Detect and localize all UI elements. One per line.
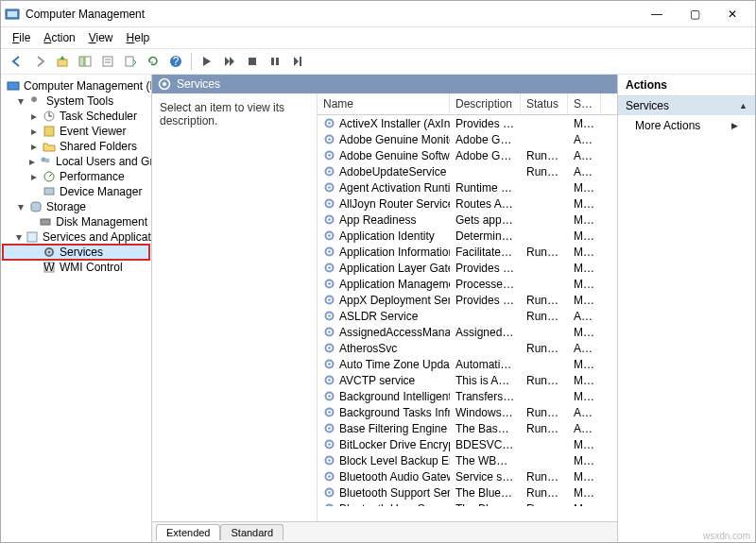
- svg-point-58: [328, 331, 331, 333]
- expander-icon[interactable]: ▸: [29, 170, 39, 183]
- toolbar-back-button[interactable]: [7, 51, 27, 72]
- svg-point-38: [328, 170, 331, 173]
- tree-perf[interactable]: ▸Performance: [3, 169, 149, 184]
- service-status: Running: [521, 310, 568, 323]
- menu-view[interactable]: View: [83, 29, 119, 46]
- expander-icon[interactable]: ▸: [29, 110, 39, 123]
- tree-eventvwr[interactable]: ▸Event Viewer: [3, 124, 149, 139]
- service-row[interactable]: AppX Deployment Service (A...Provides in…: [318, 292, 617, 308]
- service-icon: [323, 342, 335, 354]
- service-row[interactable]: Application ManagementProcesses in...Man…: [318, 276, 617, 292]
- svg-point-68: [328, 411, 331, 414]
- column-description[interactable]: Description: [450, 93, 521, 114]
- tree-diskmgmt[interactable]: Disk Management: [3, 214, 149, 229]
- tree-storage[interactable]: ▾Storage: [3, 199, 149, 214]
- tree-tasksched[interactable]: ▸Task Scheduler: [3, 109, 149, 124]
- service-row[interactable]: Adobe Genuine Monitor Ser...Adobe Genu..…: [318, 131, 617, 147]
- service-row[interactable]: Block Level Backup Engine S...The WBENGI…: [318, 452, 617, 468]
- column-startup[interactable]: Startu: [568, 93, 601, 114]
- toolbar-restart-button[interactable]: [287, 51, 308, 72]
- menu-file[interactable]: File: [7, 29, 36, 46]
- service-row[interactable]: AVCTP serviceThis is Audio...RunningManu: [318, 372, 617, 388]
- toolbar-pause-button[interactable]: [265, 51, 285, 72]
- service-description: The WBENGI...: [450, 454, 521, 467]
- center-split: Select an item to view its description. …: [152, 93, 617, 521]
- service-list-pane: Name Description Status Startu ActiveX I…: [318, 93, 617, 521]
- tree-svcapps[interactable]: ▾Services and Applications: [3, 229, 149, 245]
- tree-localusers[interactable]: ▸Local Users and Groups: [3, 154, 149, 169]
- tab-extended[interactable]: Extended: [156, 524, 220, 540]
- service-name: Bluetooth Support Service: [318, 486, 450, 500]
- service-name: AVCTP service: [318, 374, 450, 387]
- service-row[interactable]: Auto Time Zone UpdaterAutomaticall...Man…: [318, 356, 617, 372]
- service-icon: [323, 133, 335, 145]
- column-status[interactable]: Status: [521, 93, 568, 114]
- toolbar-show-hide-tree-button[interactable]: [75, 51, 95, 72]
- expander-icon[interactable]: ▸: [29, 140, 39, 153]
- menu-help[interactable]: Help: [121, 29, 156, 46]
- tab-standard[interactable]: Standard: [220, 524, 284, 540]
- service-row[interactable]: AdobeUpdateServiceRunningAutor: [318, 163, 617, 179]
- service-row[interactable]: ASLDR ServiceRunningAutor: [318, 308, 617, 324]
- toolbar-play-button[interactable]: [197, 51, 217, 72]
- tree-services[interactable]: Services: [3, 245, 149, 260]
- expander-icon[interactable]: ▾: [16, 94, 26, 108]
- toolbar-forward-button[interactable]: [29, 51, 50, 72]
- wmi-icon: W: [43, 261, 56, 274]
- expander-icon[interactable]: ▾: [16, 200, 26, 213]
- toolbar-help-button[interactable]: ?: [165, 51, 186, 72]
- app-icon: [5, 7, 20, 22]
- horizontal-scrollbar[interactable]: [318, 506, 617, 521]
- tree-wmi[interactable]: WWMI Control: [3, 260, 149, 275]
- toolbar-properties-button[interactable]: [97, 51, 118, 72]
- tree-devmgr[interactable]: Device Manager: [3, 184, 149, 199]
- expander-icon[interactable]: ▾: [16, 230, 22, 244]
- svg-rect-23: [41, 219, 50, 225]
- service-row[interactable]: Application InformationFacilitates th...…: [318, 244, 617, 260]
- service-row[interactable]: Application IdentityDetermines ...Manu: [318, 228, 617, 244]
- column-name[interactable]: Name: [318, 93, 450, 114]
- toolbar-play-all-button[interactable]: [219, 51, 240, 72]
- service-row[interactable]: ActiveX Installer (AxInstSV)Provides Use…: [318, 115, 617, 131]
- service-row[interactable]: AllJoyn Router ServiceRoutes AllJo...Man…: [318, 195, 617, 212]
- service-startup: Autor: [568, 342, 601, 355]
- tree-shared[interactable]: ▸Shared Folders: [3, 139, 149, 154]
- toolbar-up-button[interactable]: [52, 51, 73, 72]
- svg-text:W: W: [43, 261, 55, 274]
- toolbar-export-list-button[interactable]: [120, 51, 141, 72]
- tree-root[interactable]: Computer Management (Local): [3, 78, 149, 93]
- service-row[interactable]: Agent Activation Runtime_e...Runtime for…: [318, 179, 617, 195]
- service-row[interactable]: Application Layer Gateway S...Provides s…: [318, 260, 617, 276]
- service-row[interactable]: AssignedAccessManager Ser...AssignedAcc.…: [318, 324, 617, 340]
- actions-section-services[interactable]: Services ▲: [618, 96, 755, 115]
- svg-rect-24: [27, 232, 37, 242]
- service-row[interactable]: Background Intelligent Tran...Transfers …: [318, 388, 617, 404]
- menu-action[interactable]: Action: [38, 29, 80, 46]
- service-row[interactable]: Base Filtering EngineThe Base Filt...Run…: [318, 420, 617, 436]
- expander-icon[interactable]: ▸: [29, 155, 35, 168]
- maximize-button[interactable]: ▢: [676, 1, 713, 27]
- service-row[interactable]: BitLocker Drive Encryption S...BDESVC ho…: [318, 436, 617, 452]
- service-startup: Manu: [568, 470, 601, 484]
- service-row[interactable]: App ReadinessGets apps re...Manu: [318, 212, 617, 228]
- service-row[interactable]: AtherosSvcRunningAutor: [318, 340, 617, 356]
- svg-rect-17: [44, 127, 54, 136]
- service-name: Application Information: [318, 246, 450, 259]
- service-description: Routes AllJo...: [450, 197, 521, 211]
- tree-systools[interactable]: ▾System Tools: [3, 93, 149, 109]
- expander-icon[interactable]: ▸: [29, 125, 39, 138]
- service-row[interactable]: Adobe Genuine Software Int...Adobe Genu.…: [318, 147, 617, 163]
- toolbar-refresh-button[interactable]: [143, 51, 163, 72]
- service-rows[interactable]: ActiveX Installer (AxInstSV)Provides Use…: [318, 115, 617, 506]
- actions-more-actions[interactable]: More Actions ▶: [618, 115, 755, 136]
- window-title: Computer Management: [26, 8, 638, 21]
- close-button[interactable]: ✕: [713, 1, 751, 27]
- toolbar-stop-button[interactable]: [242, 51, 263, 72]
- minimize-button[interactable]: —: [638, 1, 676, 27]
- service-row[interactable]: Bluetooth Audio Gateway Ser...Service su…: [318, 468, 617, 484]
- collapse-icon: ▲: [739, 101, 747, 110]
- view-tabs: Extended Standard: [152, 521, 617, 542]
- service-row[interactable]: Bluetooth Support ServiceThe Bluetoo...R…: [318, 484, 617, 501]
- service-name: Base Filtering Engine: [318, 422, 450, 435]
- service-row[interactable]: Background Tasks Infrastruc...Windows in…: [318, 404, 617, 420]
